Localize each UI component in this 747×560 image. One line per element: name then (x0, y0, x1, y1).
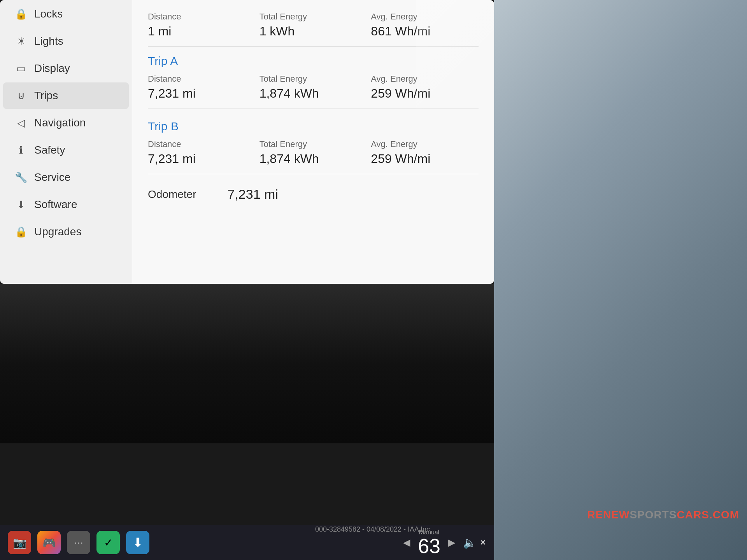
taskbar-icon-finder[interactable]: ✓ (96, 531, 120, 554)
sidebar-item-lights[interactable]: ☀ Lights (3, 28, 129, 54)
temp-left-control: ◀ (403, 537, 410, 548)
watermark: RENEWSPORTSCARS.COM (587, 509, 739, 521)
main-screen: 🔒 Locks ☀ Lights ▭ Display ⊍ Trips ◁ Nav… (0, 0, 494, 284)
recent-avg-energy-label: Avg. Energy (371, 12, 479, 22)
trip-a-avg-energy-block: Avg. Energy 259 Wh/mi (371, 74, 479, 101)
sidebar-label-locks: Locks (34, 8, 63, 20)
sidebar-item-upgrades[interactable]: 🔒 Upgrades (3, 219, 129, 245)
dark-background (0, 284, 494, 443)
sidebar-item-service[interactable]: 🔧 Service (3, 164, 129, 191)
odometer-row: Odometer 7,231 mi (148, 177, 479, 206)
trip-a-avg-energy-value: 259 Wh/mi (371, 86, 479, 101)
taskbar-icon-launchpad[interactable]: 🎮 (37, 531, 61, 554)
volume-icon: 🔈 (463, 536, 477, 549)
trip-a-title: Trip A (148, 54, 479, 68)
trip-a-distance-block: Distance 7,231 mi (148, 74, 256, 101)
trip-b-distance-label: Distance (148, 139, 256, 149)
sidebar-label-lights: Lights (34, 35, 63, 47)
sidebar-label-trips: Trips (34, 89, 58, 102)
volume-control[interactable]: 🔈 ✕ (463, 536, 486, 549)
trip-b-avg-energy-label: Avg. Energy (371, 139, 479, 149)
trip-b-avg-energy-block: Avg. Energy 259 Wh/mi (371, 139, 479, 166)
trip-a-total-energy-label: Total Energy (260, 74, 367, 84)
trip-b-avg-energy-value: 259 Wh/mi (371, 152, 479, 166)
recent-avg-energy-value: 861 Wh/mi (371, 24, 479, 38)
upgrades-icon: 🔒 (15, 226, 27, 238)
trip-a-section: Trip A Distance 7,231 mi Total Energy 1,… (148, 47, 479, 109)
service-icon: 🔧 (15, 172, 27, 184)
trip-a-avg-energy-label: Avg. Energy (371, 74, 479, 84)
trip-b-total-energy-value: 1,874 kWh (260, 152, 367, 166)
sidebar-item-trips[interactable]: ⊍ Trips (3, 82, 129, 109)
trip-a-total-energy-value: 1,874 kWh (260, 86, 367, 101)
trip-b-total-energy-block: Total Energy 1,874 kWh (260, 139, 367, 166)
watermark-renew: RENEW (587, 509, 630, 521)
odometer-value: 7,231 mi (228, 187, 278, 202)
trip-a-stats: Distance 7,231 mi Total Energy 1,874 kWh… (148, 74, 479, 101)
recent-trip-section: Distance 1 mi Total Energy 1 kWh Avg. En… (148, 8, 479, 47)
sidebar-label-display: Display (34, 62, 70, 75)
temperature-value: 63 (418, 536, 440, 556)
trips-icon: ⊍ (15, 90, 27, 102)
trip-b-section: Trip B Distance 7,231 mi Total Energy 1,… (148, 112, 479, 174)
sidebar-label-upgrades: Upgrades (34, 226, 81, 238)
trip-a-total-energy-block: Total Energy 1,874 kWh (260, 74, 367, 101)
taskbar-icon-more[interactable]: ··· (67, 531, 90, 554)
taskbar-icon-bluetooth[interactable]: ⬇ (126, 531, 149, 554)
sidebar-item-display[interactable]: ▭ Display (3, 55, 129, 82)
recent-distance-value: 1 mi (148, 24, 256, 38)
navigation-icon: ◁ (15, 117, 27, 129)
volume-mute-icon: ✕ (480, 538, 486, 547)
trips-content: Distance 1 mi Total Energy 1 kWh Avg. En… (132, 0, 494, 284)
watermark-sports: SPORTS (630, 509, 677, 521)
sidebar-item-locks[interactable]: 🔒 Locks (3, 1, 129, 27)
recent-distance-label: Distance (148, 12, 256, 22)
recent-total-energy-value: 1 kWh (260, 24, 367, 38)
lock-icon: 🔒 (15, 8, 27, 20)
trip-a-distance-value: 7,231 mi (148, 86, 256, 101)
right-background (494, 0, 747, 560)
temp-right-control: ▶ (448, 537, 455, 548)
safety-icon: ℹ (15, 144, 27, 156)
recent-distance-block: Distance 1 mi (148, 12, 256, 38)
odometer-label: Odometer (148, 188, 196, 201)
trip-b-total-energy-label: Total Energy (260, 139, 367, 149)
recent-total-energy-block: Total Energy 1 kWh (260, 12, 367, 38)
watermark-sub: 000-32849582 - 04/08/2022 - IAA Inc. (315, 525, 432, 534)
taskbar-icon-camera[interactable]: 📷 (8, 531, 31, 554)
display-icon: ▭ (15, 63, 27, 75)
temp-left-arrow[interactable]: ◀ (403, 537, 410, 548)
sidebar-label-safety: Safety (34, 144, 65, 156)
sidebar-item-software[interactable]: ⬇ Software (3, 191, 129, 218)
software-icon: ⬇ (15, 199, 27, 211)
sun-icon: ☀ (15, 35, 27, 47)
sidebar-label-navigation: Navigation (34, 117, 86, 129)
trip-b-title: Trip B (148, 120, 479, 133)
recent-avg-energy-block: Avg. Energy 861 Wh/mi (371, 12, 479, 38)
sidebar-item-navigation[interactable]: ◁ Navigation (3, 110, 129, 136)
trip-a-distance-label: Distance (148, 74, 256, 84)
trip-b-distance-value: 7,231 mi (148, 152, 256, 166)
recent-total-energy-label: Total Energy (260, 12, 367, 22)
sidebar-label-software: Software (34, 198, 77, 211)
temp-right-arrow[interactable]: ▶ (448, 537, 455, 548)
trip-b-stats: Distance 7,231 mi Total Energy 1,874 kWh… (148, 139, 479, 166)
trip-b-distance-block: Distance 7,231 mi (148, 139, 256, 166)
sidebar-label-service: Service (34, 171, 70, 184)
watermark-cars: CARS.COM (677, 509, 739, 521)
sidebar-item-safety[interactable]: ℹ Safety (3, 137, 129, 163)
sidebar: 🔒 Locks ☀ Lights ▭ Display ⊍ Trips ◁ Nav… (0, 0, 132, 284)
